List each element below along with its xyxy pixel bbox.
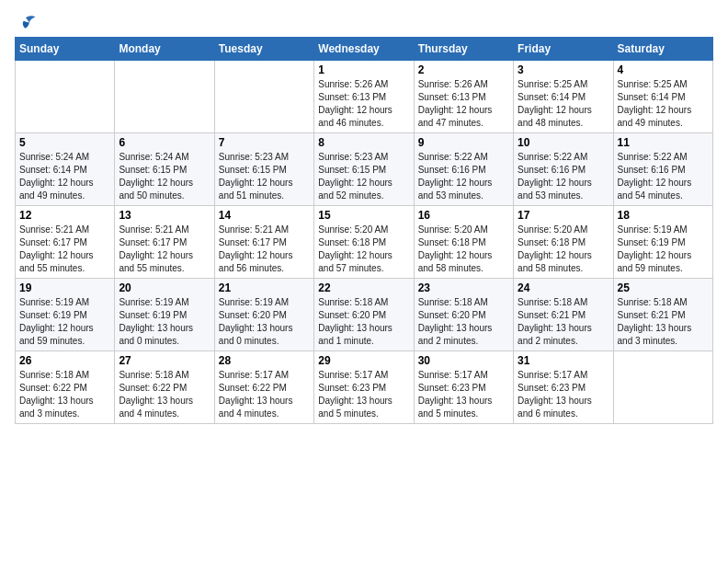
- day-info: Sunrise: 5:22 AM Sunset: 6:16 PM Dayligh…: [418, 151, 509, 202]
- day-info: Sunrise: 5:22 AM Sunset: 6:16 PM Dayligh…: [618, 151, 709, 202]
- calendar-week-row: 5Sunrise: 5:24 AM Sunset: 6:14 PM Daylig…: [16, 133, 713, 206]
- weekday-header-thursday: Thursday: [414, 38, 513, 61]
- day-number: 6: [119, 136, 210, 149]
- day-info: Sunrise: 5:23 AM Sunset: 6:15 PM Dayligh…: [318, 151, 409, 202]
- day-number: 22: [318, 282, 409, 294]
- day-number: 19: [19, 282, 110, 294]
- calendar-cell: 15Sunrise: 5:20 AM Sunset: 6:18 PM Dayli…: [314, 206, 414, 279]
- day-info: Sunrise: 5:25 AM Sunset: 6:14 PM Dayligh…: [618, 78, 709, 130]
- day-number: 2: [418, 63, 509, 76]
- calendar-table: SundayMondayTuesdayWednesdayThursdayFrid…: [15, 37, 713, 424]
- day-number: 20: [119, 282, 210, 294]
- calendar-cell: 22Sunrise: 5:18 AM Sunset: 6:20 PM Dayli…: [314, 279, 414, 351]
- calendar-cell: 13Sunrise: 5:21 AM Sunset: 6:17 PM Dayli…: [115, 206, 214, 279]
- calendar-cell: [214, 61, 313, 133]
- calendar-cell: 31Sunrise: 5:17 AM Sunset: 6:23 PM Dayli…: [514, 351, 613, 424]
- calendar-cell: 21Sunrise: 5:19 AM Sunset: 6:20 PM Dayli…: [214, 279, 313, 351]
- day-info: Sunrise: 5:18 AM Sunset: 6:21 PM Dayligh…: [618, 296, 709, 348]
- day-info: Sunrise: 5:26 AM Sunset: 6:13 PM Dayligh…: [318, 78, 409, 130]
- calendar-cell: 24Sunrise: 5:18 AM Sunset: 6:21 PM Dayli…: [514, 279, 613, 351]
- day-number: 16: [418, 209, 509, 222]
- calendar-cell: 3Sunrise: 5:25 AM Sunset: 6:14 PM Daylig…: [514, 61, 613, 133]
- day-info: Sunrise: 5:18 AM Sunset: 6:22 PM Dayligh…: [19, 369, 110, 420]
- calendar-cell: 11Sunrise: 5:22 AM Sunset: 6:16 PM Dayli…: [613, 133, 712, 206]
- day-number: 7: [219, 136, 310, 149]
- day-number: 27: [119, 354, 210, 367]
- calendar-week-row: 19Sunrise: 5:19 AM Sunset: 6:19 PM Dayli…: [16, 279, 713, 351]
- weekday-header-row: SundayMondayTuesdayWednesdayThursdayFrid…: [16, 38, 713, 61]
- day-number: 13: [119, 209, 210, 222]
- weekday-header-monday: Monday: [115, 38, 214, 61]
- calendar-cell: 9Sunrise: 5:22 AM Sunset: 6:16 PM Daylig…: [414, 133, 513, 206]
- day-number: 5: [19, 136, 110, 149]
- day-number: 11: [618, 136, 709, 149]
- day-info: Sunrise: 5:23 AM Sunset: 6:15 PM Dayligh…: [219, 151, 310, 202]
- day-info: Sunrise: 5:19 AM Sunset: 6:19 PM Dayligh…: [119, 296, 210, 348]
- day-info: Sunrise: 5:20 AM Sunset: 6:18 PM Dayligh…: [418, 224, 509, 275]
- calendar-cell: 30Sunrise: 5:17 AM Sunset: 6:23 PM Dayli…: [414, 351, 513, 424]
- day-info: Sunrise: 5:19 AM Sunset: 6:19 PM Dayligh…: [618, 224, 709, 275]
- day-info: Sunrise: 5:20 AM Sunset: 6:18 PM Dayligh…: [318, 224, 409, 275]
- day-number: 8: [318, 136, 409, 149]
- day-info: Sunrise: 5:18 AM Sunset: 6:22 PM Dayligh…: [119, 369, 210, 420]
- day-info: Sunrise: 5:19 AM Sunset: 6:19 PM Dayligh…: [19, 296, 110, 348]
- calendar-cell: 12Sunrise: 5:21 AM Sunset: 6:17 PM Dayli…: [16, 206, 115, 279]
- calendar-cell: [16, 61, 115, 133]
- calendar-cell: 19Sunrise: 5:19 AM Sunset: 6:19 PM Dayli…: [16, 279, 115, 351]
- calendar-cell: 25Sunrise: 5:18 AM Sunset: 6:21 PM Dayli…: [613, 279, 712, 351]
- calendar-week-row: 1Sunrise: 5:26 AM Sunset: 6:13 PM Daylig…: [16, 61, 713, 133]
- day-info: Sunrise: 5:26 AM Sunset: 6:13 PM Dayligh…: [418, 78, 509, 130]
- weekday-header-tuesday: Tuesday: [214, 38, 313, 61]
- day-info: Sunrise: 5:24 AM Sunset: 6:15 PM Dayligh…: [119, 151, 210, 202]
- day-info: Sunrise: 5:18 AM Sunset: 6:21 PM Dayligh…: [518, 296, 609, 348]
- calendar-week-row: 12Sunrise: 5:21 AM Sunset: 6:17 PM Dayli…: [16, 206, 713, 279]
- calendar-week-row: 26Sunrise: 5:18 AM Sunset: 6:22 PM Dayli…: [16, 351, 713, 424]
- calendar-body: 1Sunrise: 5:26 AM Sunset: 6:13 PM Daylig…: [16, 61, 713, 424]
- calendar-cell: 29Sunrise: 5:17 AM Sunset: 6:23 PM Dayli…: [314, 351, 414, 424]
- day-number: 10: [518, 136, 609, 149]
- day-info: Sunrise: 5:17 AM Sunset: 6:23 PM Dayligh…: [418, 369, 509, 420]
- day-number: 12: [19, 209, 110, 222]
- calendar-cell: 7Sunrise: 5:23 AM Sunset: 6:15 PM Daylig…: [214, 133, 313, 206]
- calendar-cell: 6Sunrise: 5:24 AM Sunset: 6:15 PM Daylig…: [115, 133, 214, 206]
- day-info: Sunrise: 5:17 AM Sunset: 6:22 PM Dayligh…: [219, 369, 310, 420]
- calendar-cell: 20Sunrise: 5:19 AM Sunset: 6:19 PM Dayli…: [115, 279, 214, 351]
- calendar-cell: 4Sunrise: 5:25 AM Sunset: 6:14 PM Daylig…: [613, 61, 712, 133]
- calendar-cell: 16Sunrise: 5:20 AM Sunset: 6:18 PM Dayli…: [414, 206, 513, 279]
- logo-icon: [15, 15, 37, 33]
- calendar-cell: 1Sunrise: 5:26 AM Sunset: 6:13 PM Daylig…: [314, 61, 414, 133]
- day-number: 15: [318, 209, 409, 222]
- calendar-cell: 28Sunrise: 5:17 AM Sunset: 6:22 PM Dayli…: [214, 351, 313, 424]
- calendar-cell: 5Sunrise: 5:24 AM Sunset: 6:14 PM Daylig…: [16, 133, 115, 206]
- day-number: 24: [518, 282, 609, 294]
- day-info: Sunrise: 5:22 AM Sunset: 6:16 PM Dayligh…: [518, 151, 609, 202]
- day-number: 29: [318, 354, 409, 367]
- day-number: 3: [518, 63, 609, 76]
- day-info: Sunrise: 5:24 AM Sunset: 6:14 PM Dayligh…: [19, 151, 110, 202]
- day-number: 4: [618, 63, 709, 76]
- day-number: 9: [418, 136, 509, 149]
- calendar-cell: 18Sunrise: 5:19 AM Sunset: 6:19 PM Dayli…: [613, 206, 712, 279]
- calendar-cell: 17Sunrise: 5:20 AM Sunset: 6:18 PM Dayli…: [514, 206, 613, 279]
- day-number: 28: [219, 354, 310, 367]
- day-info: Sunrise: 5:21 AM Sunset: 6:17 PM Dayligh…: [19, 224, 110, 275]
- day-number: 30: [418, 354, 509, 367]
- calendar-cell: 23Sunrise: 5:18 AM Sunset: 6:20 PM Dayli…: [414, 279, 513, 351]
- calendar-cell: [115, 61, 214, 133]
- day-info: Sunrise: 5:19 AM Sunset: 6:20 PM Dayligh…: [219, 296, 310, 348]
- weekday-header-wednesday: Wednesday: [314, 38, 414, 61]
- calendar-cell: 27Sunrise: 5:18 AM Sunset: 6:22 PM Dayli…: [115, 351, 214, 424]
- calendar-cell: 8Sunrise: 5:23 AM Sunset: 6:15 PM Daylig…: [314, 133, 414, 206]
- day-number: 21: [219, 282, 310, 294]
- weekday-header-sunday: Sunday: [16, 38, 115, 61]
- calendar-cell: [613, 351, 712, 424]
- day-number: 23: [418, 282, 509, 294]
- day-info: Sunrise: 5:18 AM Sunset: 6:20 PM Dayligh…: [418, 296, 509, 348]
- weekday-header-friday: Friday: [514, 38, 613, 61]
- day-info: Sunrise: 5:21 AM Sunset: 6:17 PM Dayligh…: [119, 224, 210, 275]
- day-number: 14: [219, 209, 310, 222]
- calendar-cell: 10Sunrise: 5:22 AM Sunset: 6:16 PM Dayli…: [514, 133, 613, 206]
- day-number: 25: [618, 282, 709, 294]
- day-info: Sunrise: 5:20 AM Sunset: 6:18 PM Dayligh…: [518, 224, 609, 275]
- calendar-cell: 26Sunrise: 5:18 AM Sunset: 6:22 PM Dayli…: [16, 351, 115, 424]
